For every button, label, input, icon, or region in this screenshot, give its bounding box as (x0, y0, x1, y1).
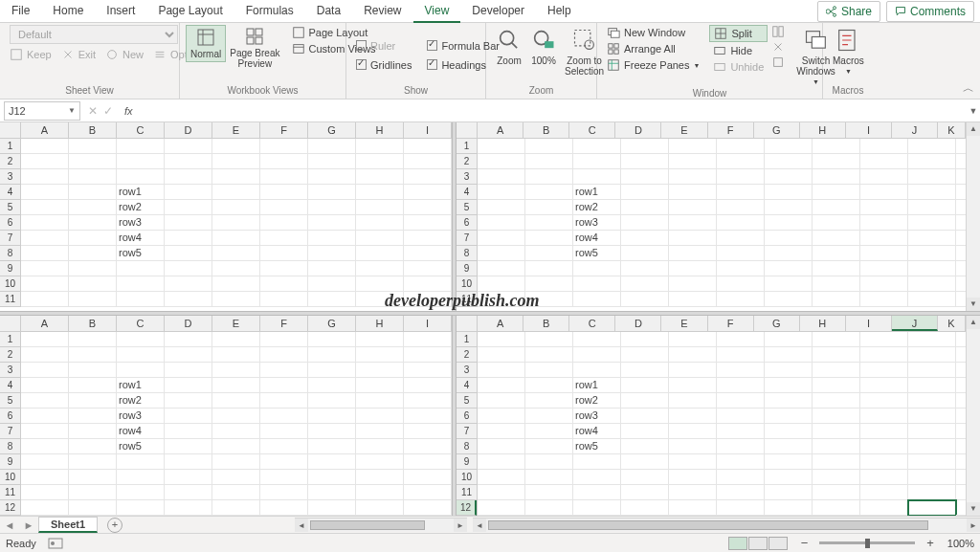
zoom-100-button[interactable]: 100% (526, 25, 561, 68)
cell[interactable] (813, 424, 860, 439)
cell[interactable] (308, 408, 356, 424)
cell[interactable] (404, 470, 452, 485)
cell[interactable] (765, 185, 813, 200)
cell[interactable] (260, 261, 308, 276)
cell[interactable] (956, 408, 966, 424)
cell[interactable] (717, 215, 765, 231)
cell[interactable] (669, 261, 717, 276)
cell[interactable] (860, 424, 908, 439)
column-header[interactable]: G (754, 122, 800, 138)
cell[interactable] (356, 261, 404, 276)
new-button[interactable]: New (101, 47, 147, 62)
row-header[interactable]: 8 (0, 439, 20, 454)
cell[interactable] (404, 185, 452, 200)
row-header[interactable]: 3 (0, 363, 20, 378)
row-header[interactable]: 7 (457, 424, 477, 439)
column-header[interactable]: H (356, 122, 404, 138)
cell[interactable] (669, 424, 717, 439)
cell[interactable] (69, 292, 117, 307)
cell[interactable] (165, 200, 212, 215)
cell[interactable] (21, 215, 69, 231)
zoom-value[interactable]: 100% (947, 538, 974, 549)
cell[interactable] (404, 332, 452, 347)
cell[interactable] (212, 378, 260, 393)
cell[interactable] (621, 332, 669, 347)
cell[interactable] (21, 169, 69, 185)
cell[interactable]: row5 (117, 439, 165, 454)
cell[interactable] (621, 261, 669, 276)
column-header[interactable]: F (260, 122, 308, 138)
cell[interactable] (908, 424, 956, 439)
side-by-side-icon[interactable] (771, 25, 785, 38)
cell[interactable] (765, 424, 813, 439)
cell[interactable] (260, 485, 308, 500)
cell[interactable] (908, 500, 956, 516)
cell[interactable] (117, 276, 165, 292)
cell[interactable] (813, 454, 860, 470)
column-header[interactable]: B (523, 316, 569, 331)
cell[interactable] (525, 378, 573, 393)
cell[interactable] (717, 200, 765, 215)
hscroll-left-1[interactable]: ◄ (295, 519, 308, 532)
cell[interactable] (308, 363, 356, 378)
cell[interactable] (165, 393, 212, 408)
cell[interactable]: row2 (573, 200, 621, 215)
cell[interactable] (308, 454, 356, 470)
cell[interactable] (21, 424, 69, 439)
vscroll-up-bottom[interactable]: ▲ (967, 316, 980, 329)
cell[interactable] (21, 139, 69, 154)
cell[interactable]: row2 (573, 393, 621, 408)
cell[interactable] (813, 231, 860, 246)
cell[interactable] (478, 332, 525, 347)
column-header[interactable]: G (308, 316, 356, 331)
cell[interactable] (260, 154, 308, 169)
cell[interactable] (260, 231, 308, 246)
cell[interactable] (69, 276, 117, 292)
cell[interactable] (669, 246, 717, 261)
cell[interactable] (860, 215, 908, 231)
column-header[interactable]: F (260, 316, 308, 331)
row-header[interactable]: 5 (457, 393, 477, 408)
cell[interactable] (212, 332, 260, 347)
name-box[interactable]: J12▼ (4, 101, 80, 121)
cell[interactable] (404, 408, 452, 424)
cell[interactable] (404, 454, 452, 470)
cell[interactable] (260, 246, 308, 261)
row-header[interactable]: 11 (457, 292, 477, 307)
cell[interactable] (525, 231, 573, 246)
cell[interactable] (478, 408, 525, 424)
cell[interactable] (212, 470, 260, 485)
cell[interactable] (260, 378, 308, 393)
cell[interactable] (956, 231, 966, 246)
column-header[interactable]: E (661, 316, 707, 331)
cell[interactable] (165, 169, 212, 185)
row-header[interactable]: 4 (457, 378, 477, 393)
cell[interactable] (908, 139, 956, 154)
cell[interactable] (525, 276, 573, 292)
split-button[interactable]: Split (709, 25, 768, 42)
cell[interactable] (478, 200, 525, 215)
split-bar-vertical[interactable] (452, 122, 457, 516)
expand-formula-bar[interactable]: ▼ (967, 106, 980, 116)
cell[interactable] (860, 139, 908, 154)
cell[interactable] (260, 470, 308, 485)
cell[interactable] (860, 363, 908, 378)
cell[interactable] (765, 246, 813, 261)
cell[interactable] (69, 347, 117, 363)
select-all-corner[interactable] (457, 316, 478, 332)
cell[interactable] (573, 500, 621, 516)
column-header[interactable]: D (165, 122, 212, 138)
select-all-corner[interactable] (457, 122, 478, 139)
cell[interactable] (308, 500, 356, 516)
cell[interactable] (356, 454, 404, 470)
freeze-panes-button[interactable]: Freeze Panes ▼ (603, 57, 703, 73)
cell[interactable] (308, 292, 356, 307)
cell[interactable] (908, 363, 956, 378)
formula-input[interactable] (137, 101, 967, 121)
cell[interactable] (908, 470, 956, 485)
row-header[interactable]: 7 (0, 424, 20, 439)
cell[interactable] (717, 154, 765, 169)
cell[interactable] (308, 347, 356, 363)
cell[interactable] (765, 485, 813, 500)
cell[interactable] (478, 154, 525, 169)
